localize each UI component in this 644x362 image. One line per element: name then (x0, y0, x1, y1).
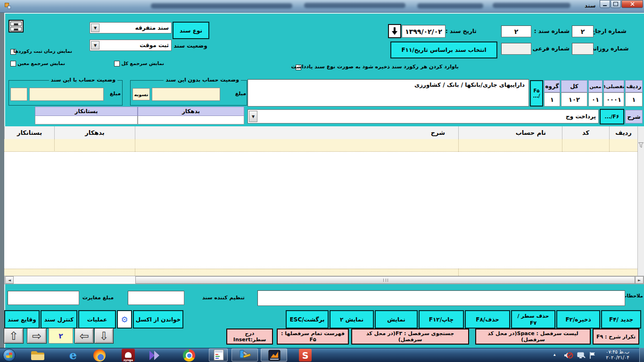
show-kol-sum-checkbox[interactable] (114, 61, 120, 66)
doc-type-button[interactable]: نوع سند (173, 22, 209, 39)
nav-next-button[interactable]: ⇨ (27, 328, 47, 344)
scrollbar-thumb[interactable] (135, 276, 635, 284)
grid-header-credit[interactable]: بستانکار (4, 126, 54, 139)
delete-row-button[interactable]: حذف سطر / F۷ (511, 310, 555, 329)
view-button[interactable]: نمایش (375, 310, 418, 329)
doc-date-label: تاریخ سند : (446, 28, 483, 34)
left-arrow-icon: ⇦ (79, 329, 89, 343)
account-radif-value[interactable]: ۱ (625, 92, 643, 107)
account-radif-header: ردیف (625, 80, 643, 92)
sharh-combobox[interactable]: ▼ پرداخت وج (248, 109, 599, 123)
doc-control-button[interactable]: کنترل سند (41, 310, 77, 329)
date-dropdown-button[interactable] (388, 24, 401, 38)
settings-button[interactable]: ⚙ (117, 310, 132, 329)
chevron-down-icon[interactable]: ▼ (249, 111, 257, 122)
nav-last-button[interactable]: ⇩ (94, 328, 114, 344)
tools-app-button[interactable] (231, 348, 258, 362)
taskbar-clock[interactable]: ب.ظ ۰۷:۴۵ ۲۰۲۰/۲۱/۰۴ (599, 349, 636, 361)
reference-no-field[interactable]: ۲ (572, 25, 594, 37)
doc-events-button[interactable]: وقایع سند (4, 310, 40, 329)
print-button[interactable]: چاپ/F۱۲ (419, 310, 464, 329)
scroll-right-button[interactable]: ► (635, 276, 644, 284)
nav-prev-button[interactable]: ⇦ (74, 328, 94, 344)
show-desktop-button[interactable] (639, 348, 644, 362)
start-button[interactable] (3, 349, 16, 362)
volume-muted-icon[interactable] (564, 352, 573, 359)
remarks-field[interactable] (257, 290, 625, 306)
close-button[interactable] (621, 0, 643, 8)
view2-button[interactable]: نمایش ۲ (330, 310, 374, 329)
new-button[interactable]: جدید /F۴ (601, 310, 641, 329)
topic-list-hint: لیست سرفصل : Space(در محل کد سرفصل) (475, 329, 591, 345)
back-button[interactable]: برگشت/ESC (286, 310, 329, 329)
s-app-icon[interactable]: S (299, 349, 312, 362)
show-moein-sum-checkbox[interactable] (10, 61, 16, 66)
document-app-button[interactable] (209, 348, 228, 362)
doc-status-combobox[interactable]: ▼ ثبت موقت (90, 40, 172, 51)
sharh-f6-button[interactable]: .../F۶ (600, 109, 624, 124)
delete-button[interactable]: حذف/F۸ (465, 310, 510, 329)
chevron-down-icon[interactable]: ▼ (91, 41, 99, 49)
account-name-field[interactable]: داراییهای جاری/بانکها / بانک / کشاورزی (248, 79, 529, 107)
save-note-checkbox-label[interactable]: باوارد کردن هر رکورد سند ذخیره شود به صو… (303, 64, 459, 70)
explorer-icon[interactable] (30, 350, 45, 361)
ie-letter: e (69, 348, 77, 362)
network-icon[interactable] (577, 352, 586, 359)
mini-debit-header: بدهکار (138, 107, 244, 116)
grid-header-radif[interactable]: ردیف (609, 126, 637, 139)
filter-funnel-icon[interactable] (638, 141, 644, 149)
account-tafzili-value[interactable]: ۰۰۰۱ (603, 92, 624, 107)
doc-type-combobox[interactable]: ▼ سند متفرقه (90, 22, 172, 33)
kmplayer-icon[interactable] (148, 350, 161, 361)
grid-header-debit[interactable]: بدهکار (54, 126, 135, 139)
save-button[interactable]: ذخیره/F۲ (556, 310, 600, 329)
accounting-app-button[interactable] (261, 348, 287, 362)
minimize-icon (603, 5, 607, 6)
tasvieh-field[interactable]: تسویه (132, 88, 150, 100)
scroll-left-button[interactable]: ◄ (5, 276, 14, 284)
grid-new-row[interactable] (4, 139, 637, 152)
minimize-button[interactable] (600, 0, 610, 8)
show-record-time-label[interactable]: نمایش زمان ثبت رکوردها (18, 49, 72, 54)
doc-no-field[interactable]: ۲ (501, 25, 531, 37)
zynga-icon[interactable]: zynga (122, 349, 135, 362)
nav-position-field[interactable]: ۲ (49, 328, 73, 344)
grid-header-account-name[interactable]: نام حساب (458, 126, 562, 139)
nav-first-button[interactable]: ⇧ (4, 328, 24, 344)
firefox-icon[interactable] (93, 349, 106, 362)
scrollbar-track[interactable] (14, 276, 135, 284)
window-titlebar: سند (0, 0, 644, 13)
grid-header-sharh[interactable]: شرح (135, 126, 458, 139)
read-excel-button[interactable]: خواندن از اکسل (133, 310, 183, 329)
maximize-button[interactable] (611, 0, 621, 8)
chevron-down-icon[interactable]: ▼ (91, 24, 99, 32)
tray-expand-icon[interactable]: ▴ (553, 352, 556, 357)
with-doc-small-field[interactable] (10, 88, 27, 101)
account-picker-f5-button[interactable]: F۵ .../ (530, 80, 543, 107)
f5-label: F۵ (534, 88, 540, 93)
select-doc-by-date-button[interactable]: انتخاب سند براساس تاریخ/F۱۱ (390, 41, 497, 58)
preparer-field[interactable] (128, 291, 184, 305)
operations-button[interactable]: عملیات (78, 310, 116, 329)
s-letter: S (302, 350, 309, 361)
card-file-drawer (10, 22, 22, 26)
internet-explorer-icon[interactable]: e (66, 349, 80, 362)
without-doc-amount-field[interactable] (152, 88, 220, 101)
daily-no-field[interactable] (572, 43, 594, 55)
show-kol-sum-label[interactable]: نمایش سرجمع کل (122, 61, 164, 66)
account-kol-value[interactable]: ۱۰۲ (561, 92, 587, 107)
grid-bottom-row[interactable] (4, 269, 637, 276)
account-moein-header: معین (588, 80, 603, 92)
doc-date-field[interactable]: ۱۳۹۹/۰۲/۰۲ (402, 25, 446, 38)
action-center-flag-icon[interactable] (589, 352, 596, 359)
account-group-value[interactable]: ۱ (544, 92, 560, 107)
discrepancy-field[interactable] (8, 291, 79, 305)
account-moein-value[interactable]: ۰۱ (588, 92, 603, 107)
with-doc-amount-field[interactable] (29, 88, 104, 101)
chrome-icon[interactable] (183, 349, 195, 362)
sub-no-field[interactable] (501, 43, 531, 55)
show-moein-sum-label[interactable]: نمایش سرجمع معین (18, 61, 65, 66)
repeat-sharh-hint: تکرار شرح : F۹ (593, 329, 639, 345)
card-file-icon[interactable] (8, 20, 24, 33)
grid-header-code[interactable]: کد (562, 126, 609, 139)
